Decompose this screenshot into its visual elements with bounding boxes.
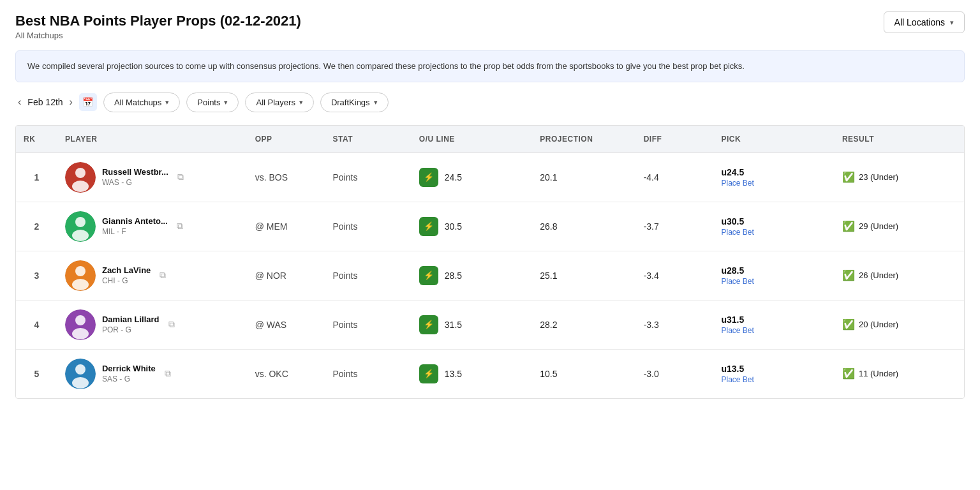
table-row: 5 Derrick White SAS - G ⧉ vs. OKC Points: [16, 349, 964, 398]
rank-cell: 1: [16, 152, 57, 202]
pick-cell: u30.5 Place Bet: [713, 202, 834, 251]
players-filter-button[interactable]: All Players ▾: [245, 93, 313, 112]
result-check-icon: ✅: [842, 171, 855, 183]
opp-cell: @ MEM: [248, 202, 325, 251]
ou-line-cell: ⚡ 13.5: [412, 349, 532, 398]
stat-cell: Points: [325, 202, 411, 251]
result-check-icon: ✅: [842, 220, 855, 232]
date-next-button[interactable]: ›: [67, 96, 75, 108]
stat-cell: Points: [325, 152, 411, 202]
place-bet-link[interactable]: Place Bet: [721, 375, 826, 384]
col-pick: PICK: [713, 126, 834, 153]
all-locations-button[interactable]: All Locations ▾: [884, 11, 965, 33]
player-name: Russell Westbr...: [102, 167, 168, 177]
avatar: [65, 359, 96, 389]
place-bet-link[interactable]: Place Bet: [721, 326, 826, 335]
info-box: We compiled several projection sources t…: [15, 50, 965, 82]
draftkings-icon: ⚡: [419, 168, 438, 187]
player-cell: Zach LaVine CHI - G ⧉: [57, 251, 248, 300]
player-name: Derrick White: [102, 364, 156, 373]
diff-cell: -3.7: [636, 202, 714, 251]
col-projection: PROJECTION: [532, 126, 635, 153]
projection-cell: 28.2: [532, 300, 635, 349]
ou-line-cell: ⚡ 30.5: [412, 202, 532, 251]
avatar: [65, 211, 96, 242]
svg-point-5: [72, 230, 89, 241]
player-team: MIL - F: [102, 227, 168, 236]
stat-cell: Points: [325, 251, 411, 300]
page-subtitle: All Matchups: [15, 31, 965, 40]
result-cell: ✅ 20 (Under): [835, 300, 964, 349]
player-team: WAS - G: [102, 178, 168, 187]
result-cell: ✅ 29 (Under): [835, 202, 964, 251]
diff-cell: -3.3: [636, 300, 714, 349]
opp-cell: vs. OKC: [248, 349, 325, 398]
player-name: Damian Lillard: [102, 315, 160, 324]
date-prev-button[interactable]: ‹: [15, 96, 24, 108]
player-cell: Damian Lillard POR - G ⧉: [57, 300, 248, 349]
sportsbook-filter-button[interactable]: DraftKings ▾: [320, 93, 389, 112]
stat-filter-label: Points: [197, 98, 220, 107]
player-link-icon[interactable]: ⧉: [160, 270, 166, 281]
chevron-down-icon: ▾: [299, 98, 303, 107]
ou-line-cell: ⚡ 24.5: [412, 152, 532, 202]
filters-row: ‹ Feb 12th › 📅 All Matchups ▾ Points ▾ A…: [15, 93, 965, 112]
result-text: 11 (Under): [859, 369, 898, 378]
chevron-down-icon: ▾: [950, 19, 954, 27]
col-rank: RK: [16, 126, 57, 153]
pick-value: u24.5: [721, 167, 826, 177]
stat-filter-button[interactable]: Points ▾: [186, 93, 239, 112]
col-player: PLAYER: [57, 126, 248, 153]
svg-point-13: [75, 364, 85, 375]
players-filter-label: All Players: [256, 98, 295, 107]
table-row: 1 Russell Westbr... WAS - G ⧉ vs. BOS Po…: [16, 152, 964, 202]
diff-cell: -4.4: [636, 152, 714, 202]
info-text: We compiled several projection sources t…: [27, 61, 745, 71]
player-team: POR - G: [102, 325, 160, 334]
svg-point-4: [75, 217, 85, 227]
ou-line-cell: ⚡ 28.5: [412, 251, 532, 300]
rank-cell: 2: [16, 202, 57, 251]
date-label: Feb 12th: [27, 97, 63, 107]
table-row: 4 Damian Lillard POR - G ⧉ @ WAS Points: [16, 300, 964, 349]
result-cell: ✅ 23 (Under): [835, 152, 964, 202]
page-title: Best NBA Points Player Props (02-12-2021…: [15, 13, 965, 29]
place-bet-link[interactable]: Place Bet: [721, 228, 826, 237]
pick-cell: u24.5 Place Bet: [713, 152, 834, 202]
player-link-icon[interactable]: ⧉: [165, 368, 171, 379]
all-locations-label: All Locations: [895, 17, 945, 27]
pick-value: u28.5: [721, 265, 826, 276]
svg-point-7: [75, 266, 85, 276]
pick-cell: u13.5 Place Bet: [713, 349, 834, 398]
pick-cell: u28.5 Place Bet: [713, 251, 834, 300]
rank-cell: 4: [16, 300, 57, 349]
chevron-down-icon: ▾: [224, 98, 228, 107]
player-name: Giannis Anteto...: [102, 216, 168, 226]
result-check-icon: ✅: [842, 318, 855, 330]
col-ou-line: O/U LINE: [412, 126, 532, 153]
draftkings-icon: ⚡: [419, 364, 438, 383]
opp-cell: @ NOR: [248, 251, 325, 300]
matchups-filter-label: All Matchups: [114, 98, 161, 107]
player-link-icon[interactable]: ⧉: [177, 172, 184, 182]
chevron-down-icon: ▾: [374, 98, 378, 107]
projection-cell: 20.1: [532, 152, 635, 202]
chevron-down-icon: ▾: [165, 98, 169, 107]
calendar-icon[interactable]: 📅: [79, 93, 97, 111]
svg-point-2: [72, 181, 89, 192]
matchups-filter-button[interactable]: All Matchups ▾: [103, 93, 180, 112]
opp-cell: @ WAS: [248, 300, 325, 349]
opp-cell: vs. BOS: [248, 152, 325, 202]
result-check-icon: ✅: [842, 368, 855, 380]
player-link-icon[interactable]: ⧉: [168, 319, 175, 330]
svg-point-8: [72, 279, 89, 290]
player-link-icon[interactable]: ⧉: [177, 221, 183, 232]
result-text: 20 (Under): [859, 320, 898, 329]
svg-point-1: [75, 168, 85, 178]
place-bet-link[interactable]: Place Bet: [721, 179, 826, 188]
date-nav: ‹ Feb 12th › 📅: [15, 93, 97, 111]
pick-value: u31.5: [721, 315, 826, 325]
table-header-row: RK PLAYER OPP STAT O/U LINE PROJECTION D…: [16, 126, 964, 153]
projection-cell: 25.1: [532, 251, 635, 300]
place-bet-link[interactable]: Place Bet: [721, 277, 826, 286]
